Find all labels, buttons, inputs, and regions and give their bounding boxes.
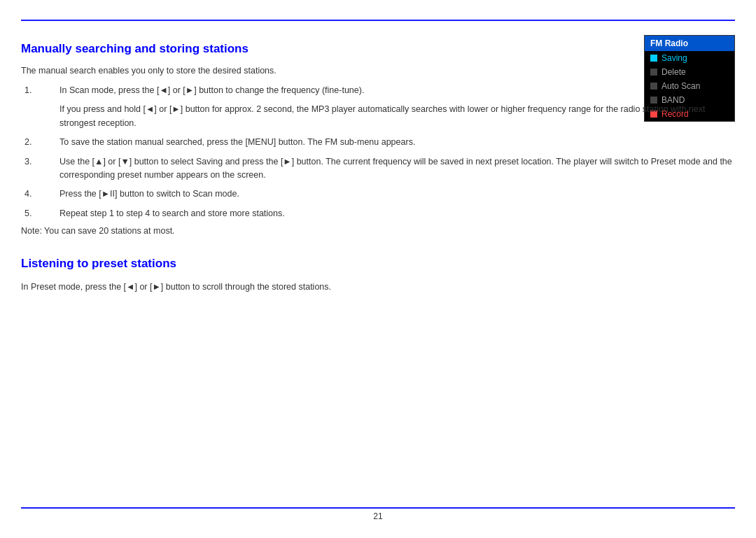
step-3-text: Use the [▲] or [▼] button to select Savi…	[59, 155, 735, 183]
step-1-sub: If you press and hold [◄] or [►] button …	[59, 103, 735, 130]
section2-title: Listening to preset stations	[21, 257, 735, 271]
page-number: 21	[373, 511, 382, 521]
section1-title: Manually searching and storing stations	[21, 42, 735, 56]
step-5-num: 5.	[21, 207, 59, 220]
step-1: 1. In Scan mode, press the [◄] or [►] bu…	[21, 84, 735, 97]
step-2-num: 2.	[21, 136, 59, 149]
step-3-num: 3.	[21, 155, 59, 183]
step-2-text: To save the station manual searched, pre…	[59, 136, 735, 149]
step-1-num: 1.	[21, 84, 59, 97]
step-5-text: Repeat step 1 to step 4 to search and st…	[59, 207, 735, 220]
main-content: Manually searching and storing stations …	[21, 35, 735, 496]
step-1-text: In Scan mode, press the [◄] or [►] butto…	[59, 84, 735, 97]
section2-text: In Preset mode, press the [◄] or [►] but…	[21, 281, 735, 294]
bottom-border	[21, 507, 735, 509]
step-4-text: Press the [►II] button to switch to Scan…	[59, 187, 735, 201]
step-4: 4. Press the [►II] button to switch to S…	[21, 187, 735, 201]
steps-area: 1. In Scan mode, press the [◄] or [►] bu…	[21, 84, 735, 220]
step-2: 2. To save the station manual searched, …	[21, 136, 735, 149]
step-3: 3. Use the [▲] or [▼] button to select S…	[21, 155, 735, 183]
step-5: 5. Repeat step 1 to step 4 to search and…	[21, 207, 735, 220]
section1-note: Note: You can save 20 stations at most.	[21, 226, 735, 236]
step-4-num: 4.	[21, 187, 59, 201]
section1-intro: The manual search enables you only to st…	[21, 66, 735, 76]
top-border	[21, 20, 735, 21]
